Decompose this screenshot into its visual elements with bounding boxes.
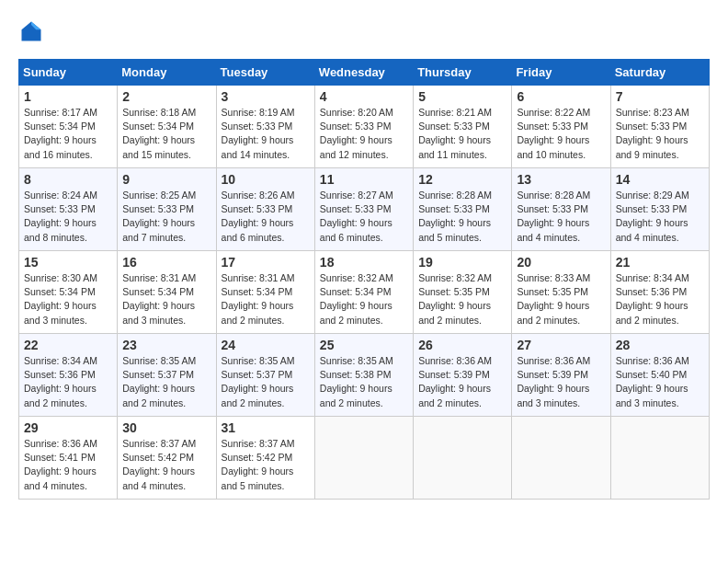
col-wednesday: Wednesday	[314, 60, 413, 86]
day-info: Sunrise: 8:33 AMSunset: 5:35 PMDaylight:…	[517, 272, 590, 326]
empty-cell	[314, 417, 413, 500]
day-info: Sunrise: 8:31 AMSunset: 5:34 PMDaylight:…	[122, 272, 196, 326]
day-cell: 11 Sunrise: 8:27 AMSunset: 5:33 PMDaylig…	[314, 168, 413, 251]
calendar-table: Sunday Monday Tuesday Wednesday Thursday…	[18, 59, 710, 500]
col-sunday: Sunday	[19, 60, 118, 86]
day-number: 2	[122, 89, 210, 104]
day-number: 3	[222, 89, 310, 104]
header-row: Sunday Monday Tuesday Wednesday Thursday…	[19, 60, 710, 86]
day-cell: 22 Sunrise: 8:34 AMSunset: 5:36 PMDaylig…	[19, 334, 118, 417]
day-cell: 31 Sunrise: 8:37 AMSunset: 5:42 PMDaylig…	[216, 417, 314, 500]
day-number: 22	[24, 338, 112, 352]
day-info: Sunrise: 8:27 AMSunset: 5:33 PMDaylight:…	[320, 190, 393, 243]
day-info: Sunrise: 8:35 AMSunset: 5:38 PMDaylight:…	[320, 355, 393, 408]
day-number: 20	[517, 255, 605, 270]
day-cell: 6 Sunrise: 8:22 AMSunset: 5:33 PMDayligh…	[512, 86, 610, 168]
day-cell: 29 Sunrise: 8:36 AMSunset: 5:41 PMDaylig…	[19, 417, 118, 500]
day-cell: 14 Sunrise: 8:29 AMSunset: 5:33 PMDaylig…	[610, 168, 709, 251]
day-cell: 12 Sunrise: 8:28 AMSunset: 5:33 PMDaylig…	[414, 168, 512, 251]
day-number: 16	[122, 255, 210, 270]
day-number: 7	[616, 89, 704, 104]
day-number: 19	[418, 255, 506, 270]
day-cell: 28 Sunrise: 8:36 AMSunset: 5:40 PMDaylig…	[610, 334, 709, 417]
col-monday: Monday	[118, 60, 216, 86]
day-number: 11	[320, 172, 408, 187]
logo-icon	[18, 18, 44, 44]
day-info: Sunrise: 8:22 AMSunset: 5:33 PMDaylight:…	[517, 107, 590, 160]
day-info: Sunrise: 8:31 AMSunset: 5:34 PMDaylight:…	[222, 272, 295, 326]
day-info: Sunrise: 8:21 AMSunset: 5:33 PMDaylight:…	[418, 107, 492, 160]
empty-cell	[512, 417, 610, 500]
day-cell: 24 Sunrise: 8:35 AMSunset: 5:37 PMDaylig…	[216, 334, 314, 417]
day-cell: 10 Sunrise: 8:26 AMSunset: 5:33 PMDaylig…	[216, 168, 314, 251]
day-info: Sunrise: 8:36 AMSunset: 5:39 PMDaylight:…	[517, 355, 590, 408]
calendar-row: 22 Sunrise: 8:34 AMSunset: 5:36 PMDaylig…	[19, 334, 710, 417]
calendar-row: 15 Sunrise: 8:30 AMSunset: 5:34 PMDaylig…	[19, 251, 710, 334]
day-cell: 9 Sunrise: 8:25 AMSunset: 5:33 PMDayligh…	[118, 168, 216, 251]
day-info: Sunrise: 8:28 AMSunset: 5:33 PMDaylight:…	[517, 190, 590, 243]
day-cell: 25 Sunrise: 8:35 AMSunset: 5:38 PMDaylig…	[314, 334, 413, 417]
day-info: Sunrise: 8:25 AMSunset: 5:33 PMDaylight:…	[122, 190, 196, 243]
day-number: 8	[24, 172, 112, 187]
empty-cell	[414, 417, 512, 500]
day-info: Sunrise: 8:28 AMSunset: 5:33 PMDaylight:…	[418, 190, 492, 243]
day-info: Sunrise: 8:34 AMSunset: 5:36 PMDaylight:…	[24, 355, 97, 408]
day-cell: 21 Sunrise: 8:34 AMSunset: 5:36 PMDaylig…	[610, 251, 709, 334]
day-cell: 1 Sunrise: 8:17 AMSunset: 5:34 PMDayligh…	[19, 86, 118, 168]
day-cell: 3 Sunrise: 8:19 AMSunset: 5:33 PMDayligh…	[216, 86, 314, 168]
day-number: 9	[122, 172, 210, 187]
day-info: Sunrise: 8:36 AMSunset: 5:41 PMDaylight:…	[24, 438, 97, 491]
day-info: Sunrise: 8:36 AMSunset: 5:40 PMDaylight:…	[616, 355, 689, 408]
day-cell: 20 Sunrise: 8:33 AMSunset: 5:35 PMDaylig…	[512, 251, 610, 334]
day-number: 4	[320, 89, 408, 104]
day-cell: 18 Sunrise: 8:32 AMSunset: 5:34 PMDaylig…	[314, 251, 413, 334]
day-cell: 15 Sunrise: 8:30 AMSunset: 5:34 PMDaylig…	[19, 251, 118, 334]
day-number: 27	[517, 338, 605, 352]
day-info: Sunrise: 8:24 AMSunset: 5:33 PMDaylight:…	[24, 190, 97, 243]
day-cell: 2 Sunrise: 8:18 AMSunset: 5:34 PMDayligh…	[118, 86, 216, 168]
day-info: Sunrise: 8:34 AMSunset: 5:36 PMDaylight:…	[616, 272, 689, 326]
day-number: 26	[418, 338, 506, 352]
day-info: Sunrise: 8:32 AMSunset: 5:35 PMDaylight:…	[418, 272, 492, 326]
calendar-row: 1 Sunrise: 8:17 AMSunset: 5:34 PMDayligh…	[19, 86, 710, 168]
day-cell: 19 Sunrise: 8:32 AMSunset: 5:35 PMDaylig…	[414, 251, 512, 334]
empty-cell	[610, 417, 709, 500]
day-number: 24	[222, 338, 310, 352]
day-info: Sunrise: 8:26 AMSunset: 5:33 PMDaylight:…	[222, 190, 295, 243]
day-number: 12	[418, 172, 506, 187]
day-number: 14	[616, 172, 704, 187]
col-friday: Friday	[512, 60, 610, 86]
day-cell: 8 Sunrise: 8:24 AMSunset: 5:33 PMDayligh…	[19, 168, 118, 251]
day-info: Sunrise: 8:35 AMSunset: 5:37 PMDaylight:…	[122, 355, 196, 408]
day-cell: 17 Sunrise: 8:31 AMSunset: 5:34 PMDaylig…	[216, 251, 314, 334]
day-number: 6	[517, 89, 605, 104]
day-info: Sunrise: 8:18 AMSunset: 5:34 PMDaylight:…	[122, 107, 196, 160]
day-cell: 4 Sunrise: 8:20 AMSunset: 5:33 PMDayligh…	[314, 86, 413, 168]
day-info: Sunrise: 8:17 AMSunset: 5:34 PMDaylight:…	[24, 107, 97, 160]
day-cell: 5 Sunrise: 8:21 AMSunset: 5:33 PMDayligh…	[414, 86, 512, 168]
day-cell: 16 Sunrise: 8:31 AMSunset: 5:34 PMDaylig…	[118, 251, 216, 334]
calendar-row: 29 Sunrise: 8:36 AMSunset: 5:41 PMDaylig…	[19, 417, 710, 500]
day-number: 21	[616, 255, 704, 270]
day-number: 30	[122, 420, 210, 435]
day-info: Sunrise: 8:36 AMSunset: 5:39 PMDaylight:…	[418, 355, 492, 408]
day-number: 31	[222, 420, 310, 435]
col-tuesday: Tuesday	[216, 60, 314, 86]
day-info: Sunrise: 8:37 AMSunset: 5:42 PMDaylight:…	[222, 438, 295, 491]
day-number: 25	[320, 338, 408, 352]
calendar-row: 8 Sunrise: 8:24 AMSunset: 5:33 PMDayligh…	[19, 168, 710, 251]
day-number: 29	[24, 420, 112, 435]
day-cell: 30 Sunrise: 8:37 AMSunset: 5:42 PMDaylig…	[118, 417, 216, 500]
col-thursday: Thursday	[414, 60, 512, 86]
day-cell: 26 Sunrise: 8:36 AMSunset: 5:39 PMDaylig…	[414, 334, 512, 417]
day-number: 18	[320, 255, 408, 270]
day-number: 28	[616, 338, 704, 352]
day-cell: 13 Sunrise: 8:28 AMSunset: 5:33 PMDaylig…	[512, 168, 610, 251]
day-info: Sunrise: 8:30 AMSunset: 5:34 PMDaylight:…	[24, 272, 97, 326]
day-number: 5	[418, 89, 506, 104]
day-cell: 7 Sunrise: 8:23 AMSunset: 5:33 PMDayligh…	[610, 86, 709, 168]
page-header	[18, 18, 710, 44]
day-cell: 27 Sunrise: 8:36 AMSunset: 5:39 PMDaylig…	[512, 334, 610, 417]
day-number: 10	[222, 172, 310, 187]
day-cell: 23 Sunrise: 8:35 AMSunset: 5:37 PMDaylig…	[118, 334, 216, 417]
